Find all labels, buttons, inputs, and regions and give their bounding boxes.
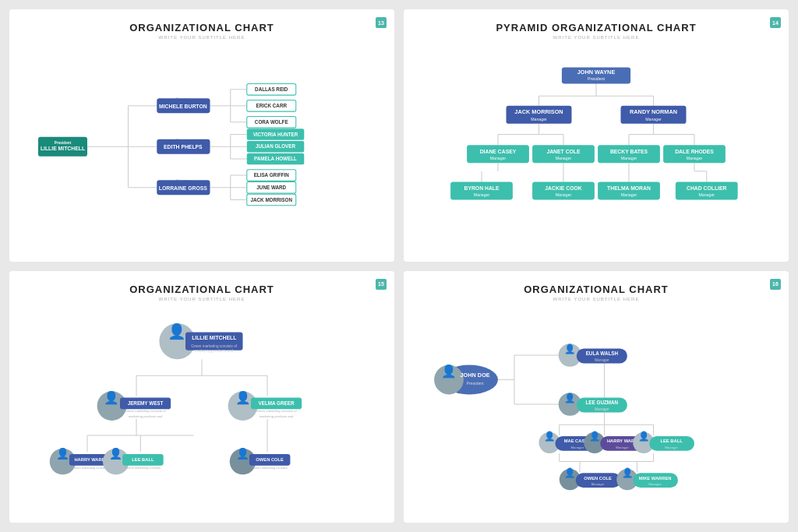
svg-text:Manager: Manager <box>490 156 507 160</box>
svg-text:Manager: Manager <box>665 445 678 449</box>
svg-text:ERICK CARR: ERICK CARR <box>256 103 287 108</box>
svg-text:LORRAINE GROSS: LORRAINE GROSS <box>159 185 208 191</box>
slide-1-title: ORGANIZATIONAL CHART <box>129 22 274 33</box>
slide-4-title: ORGANIZATIONAL CHART <box>524 284 669 295</box>
svg-text:President: President <box>588 76 606 81</box>
svg-text:Green marketing consists of: Green marketing consists of <box>256 409 297 413</box>
slide-2-subtitle: WRITE YOUR SUBTITLE HERE <box>553 35 640 40</box>
svg-text:marketing products and: marketing products and <box>195 348 234 352</box>
svg-text:👤: 👤 <box>544 431 556 442</box>
svg-text:Manager: Manager <box>591 481 605 485</box>
svg-text:JOHN WAYNE: JOHN WAYNE <box>577 69 616 76</box>
svg-text:marketing products and: marketing products and <box>129 414 163 417</box>
svg-text:RANDY NORMAN: RANDY NORMAN <box>630 108 677 115</box>
svg-text:Manager: Manager <box>474 192 490 197</box>
svg-text:Manager: Manager <box>531 117 547 122</box>
slide-number-4: 16 <box>770 279 781 290</box>
svg-text:JACK MORRISON: JACK MORRISON <box>250 197 292 203</box>
svg-text:JEREMY WEST: JEREMY WEST <box>128 400 164 406</box>
svg-text:Manager: Manager <box>556 156 572 160</box>
slide-number-2: 14 <box>770 17 781 28</box>
svg-text:HARRY WARD: HARRY WARD <box>74 457 104 462</box>
svg-text:BYRON HALE: BYRON HALE <box>464 185 499 191</box>
svg-text:LEE BALL: LEE BALL <box>661 439 683 443</box>
slide-3: 15 ORGANIZATIONAL CHART WRITE YOUR SUBTI… <box>9 271 394 523</box>
svg-text:MIKE WARREN: MIKE WARREN <box>639 475 672 480</box>
svg-text:Manager: Manager <box>556 192 572 197</box>
svg-text:👤: 👤 <box>109 447 123 460</box>
svg-text:CORA WOLFE: CORA WOLFE <box>255 119 288 125</box>
svg-text:President: President <box>55 141 72 145</box>
svg-text:Manager: Manager <box>595 407 609 411</box>
svg-text:THELMA MORAN: THELMA MORAN <box>607 185 651 191</box>
svg-text:PAMELA HOWELL: PAMELA HOWELL <box>254 156 297 161</box>
svg-text:👤: 👤 <box>236 447 250 460</box>
svg-text:MICHELE BURTON: MICHELE BURTON <box>159 104 207 109</box>
svg-text:👤: 👤 <box>622 467 634 478</box>
svg-text:OWEN COLE: OWEN COLE <box>584 475 612 480</box>
svg-text:OWEN COLE: OWEN COLE <box>256 457 284 462</box>
slide-number-3: 15 <box>376 279 387 290</box>
slide-1: 13 ORGANIZATIONAL CHART WRITE YOUR SUBTI… <box>9 9 394 262</box>
svg-text:👤: 👤 <box>235 389 251 404</box>
slide-3-title: ORGANIZATIONAL CHART <box>129 284 274 295</box>
svg-text:President: President <box>467 380 485 385</box>
pyramid-chart: JOHN WAYNE President JACK MORRISON Manag… <box>416 44 776 249</box>
photo-org-chart-2: 👤 JOHN DOE President 👤 EULA WALSH Manage… <box>416 306 776 511</box>
svg-text:DALLAS REID: DALLAS REID <box>255 86 288 92</box>
svg-text:LEE BALL: LEE BALL <box>132 457 154 462</box>
svg-text:👤: 👤 <box>564 343 576 354</box>
svg-text:👤: 👤 <box>589 431 601 442</box>
svg-text:Green marketing consists: Green marketing consists <box>252 465 288 469</box>
svg-text:JANET COLE: JANET COLE <box>546 149 581 154</box>
svg-text:👤: 👤 <box>441 364 457 379</box>
svg-text:Manager: Manager <box>616 445 629 449</box>
svg-text:JULIAN GLOVER: JULIAN GLOVER <box>256 143 296 149</box>
slide-2-title: PYRAMID ORGANIZATIONAL CHART <box>496 22 696 33</box>
svg-text:BECKY BATES: BECKY BATES <box>610 149 648 154</box>
svg-text:VELMA GREER: VELMA GREER <box>259 400 295 406</box>
svg-text:Green marketing consists: Green marketing consists <box>125 465 161 469</box>
svg-text:CHAD COLLIER: CHAD COLLIER <box>687 185 727 191</box>
svg-text:Green marketing consists of: Green marketing consists of <box>125 409 166 413</box>
svg-text:Manager: Manager <box>687 156 703 160</box>
svg-text:Green marketing consists: Green marketing consists <box>72 465 108 469</box>
svg-text:Manager: Manager <box>648 481 662 485</box>
svg-text:EDITH PHELPS: EDITH PHELPS <box>164 144 203 150</box>
slide-2: 14 PYRAMID ORGANIZATIONAL CHART WRITE YO… <box>404 9 789 262</box>
svg-text:marketing products and: marketing products and <box>260 414 294 417</box>
svg-text:JUNE WARD: JUNE WARD <box>256 185 286 190</box>
svg-text:Manager: Manager <box>645 117 662 122</box>
svg-text:Manager: Manager <box>621 192 637 197</box>
svg-text:JACKIE COOK: JACKIE COOK <box>545 185 581 191</box>
svg-text:LILLIE MITCHELL: LILLIE MITCHELL <box>192 335 236 340</box>
svg-text:Manager: Manager <box>595 358 609 362</box>
svg-text:EULA WALSH: EULA WALSH <box>586 351 619 356</box>
svg-text:👤: 👤 <box>56 447 70 460</box>
slide-4: 16 ORGANIZATIONAL CHART WRITE YOUR SUBTI… <box>404 271 789 523</box>
slide-4-subtitle: WRITE YOUR SUBTITLE HERE <box>553 297 640 301</box>
svg-text:JACK MORRISON: JACK MORRISON <box>514 108 563 115</box>
svg-text:Manager: Manager <box>621 156 637 160</box>
svg-text:ELISA GRIFFIN: ELISA GRIFFIN <box>254 172 290 178</box>
svg-text:Green marketing consists of: Green marketing consists of <box>191 344 237 347</box>
slide-1-subtitle: WRITE YOUR SUBTITLE HERE <box>159 35 245 40</box>
svg-text:DIANE CASEY: DIANE CASEY <box>480 149 517 154</box>
svg-text:Manager: Manager <box>698 192 715 197</box>
org-chart-1: President LILLIE MITCHELL Manager MICHEL… <box>22 44 382 249</box>
svg-text:👤: 👤 <box>564 392 576 403</box>
svg-text:VICTORIA HUNTER: VICTORIA HUNTER <box>253 132 298 137</box>
svg-text:LEE GUZMAN: LEE GUZMAN <box>586 400 619 405</box>
svg-text:Manager: Manager <box>571 445 584 449</box>
svg-text:DALE RHODES: DALE RHODES <box>675 149 714 154</box>
svg-text:👤: 👤 <box>168 322 187 340</box>
svg-text:LILLIE MITCHELL: LILLIE MITCHELL <box>41 146 85 152</box>
svg-text:👤: 👤 <box>638 431 650 442</box>
slide-number-1: 13 <box>376 17 387 28</box>
slide-3-subtitle: WRITE YOUR SUBTITLE HERE <box>159 297 245 301</box>
photo-org-chart: 👤 LILLIE MITCHELL Green marketing consis… <box>22 306 382 511</box>
svg-text:👤: 👤 <box>104 389 120 404</box>
svg-text:👤: 👤 <box>564 467 576 478</box>
svg-text:JOHN DOE: JOHN DOE <box>460 372 489 379</box>
